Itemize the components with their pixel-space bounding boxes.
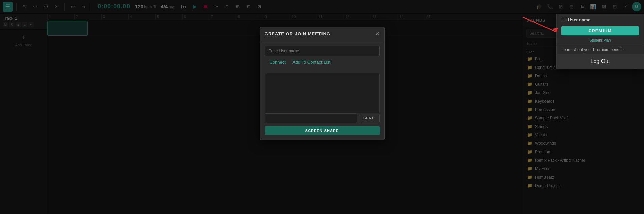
send-button[interactable]: SEND <box>359 114 380 122</box>
modal-overlay: CREATE OR JOIN MEETING ✕ Connect Add To … <box>0 0 644 214</box>
logout-button[interactable]: Log Out <box>557 54 644 69</box>
modal-header: CREATE OR JOIN MEETING ✕ <box>260 27 384 41</box>
add-contact-button[interactable]: Add To Contact List <box>292 60 331 65</box>
user-greeting: Hi, User name <box>557 14 644 24</box>
meeting-chat-area <box>265 73 380 113</box>
username-text: User name <box>568 17 590 22</box>
meeting-username-input[interactable] <box>265 46 380 56</box>
premium-button[interactable]: PREMIUM <box>561 26 639 35</box>
modal-close-button[interactable]: ✕ <box>375 31 380 37</box>
modal-actions: Connect Add To Contact List <box>265 60 380 68</box>
modal-body: Connect Add To Contact List <box>260 41 384 73</box>
screen-share-button[interactable]: SCREEN SHARE <box>265 126 380 135</box>
connect-button[interactable]: Connect <box>270 60 286 65</box>
modal-message-row: SEND <box>260 113 384 126</box>
user-popup: Hi, User name PREMIUM Student Plan Learn… <box>556 14 644 69</box>
modal-title: CREATE OR JOIN MEETING <box>265 31 330 36</box>
student-plan-link[interactable]: Student Plan <box>557 37 644 45</box>
meeting-modal: CREATE OR JOIN MEETING ✕ Connect Add To … <box>260 27 385 140</box>
learn-premium-link[interactable]: Learn about your Premium benefits <box>557 45 644 54</box>
greeting-text: Hi, <box>561 17 567 22</box>
meeting-message-input[interactable] <box>265 113 357 123</box>
